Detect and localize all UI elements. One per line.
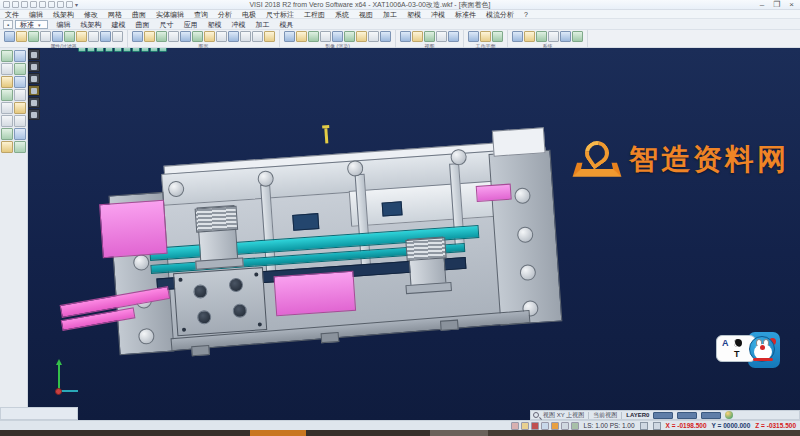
workflow-tab[interactable]: 塑模: [203, 19, 227, 30]
render-toolbar-icon[interactable]: [344, 31, 355, 42]
render-toolbar-icon[interactable]: [320, 31, 331, 42]
render-toolbar-icon[interactable]: [380, 31, 391, 42]
filter-toolbar-icon[interactable]: [76, 31, 87, 42]
filter-toolbar-icon[interactable]: [100, 31, 111, 42]
active-layer-label[interactable]: LAYER0: [626, 412, 649, 418]
graphics-toolbar-icon[interactable]: [180, 31, 191, 42]
filter-toolbar-icon[interactable]: [4, 31, 15, 42]
system-toolbar-icon[interactable]: [512, 31, 523, 42]
current-view-status[interactable]: 当前视图: [593, 411, 617, 420]
swatch-button[interactable]: [701, 412, 721, 419]
workflow-tab[interactable]: 应用: [179, 19, 203, 30]
graphics-toolbar-icon[interactable]: [132, 31, 143, 42]
graphics-toolbar-icon[interactable]: [192, 31, 203, 42]
selection-filter-icon[interactable]: [114, 48, 122, 52]
motor-cylinder-left[interactable]: [197, 205, 239, 263]
graphics-toolbar-icon[interactable]: [240, 31, 251, 42]
minimize-button[interactable]: –: [760, 0, 764, 10]
graphics-toolbar-icon[interactable]: [228, 31, 239, 42]
status-grid-icon[interactable]: [561, 422, 569, 430]
graphics-toolbar-icon[interactable]: [156, 31, 167, 42]
system-toolbar-icon[interactable]: [536, 31, 547, 42]
workplane-toolbar-icon[interactable]: [492, 31, 503, 42]
search-icon[interactable]: [533, 412, 539, 418]
input-method-sticker[interactable]: A T: [716, 330, 780, 370]
left-toolbar-icon[interactable]: [14, 141, 26, 153]
selection-filter-icon[interactable]: [87, 48, 95, 52]
menu-item[interactable]: 查询: [189, 10, 213, 19]
swatch-button[interactable]: [677, 412, 697, 419]
left-toolbar-icon[interactable]: [1, 63, 13, 75]
snap-mode-icon[interactable]: [640, 422, 648, 430]
selection-filter-icon[interactable]: [123, 48, 131, 52]
render-toolbar-icon[interactable]: [284, 31, 295, 42]
filter-toolbar-icon[interactable]: [40, 31, 51, 42]
view-toolbar-icon[interactable]: [448, 31, 459, 42]
swatch-button[interactable]: [653, 412, 673, 419]
menu-item[interactable]: 加工: [378, 10, 402, 19]
selection-filter-icon[interactable]: [141, 48, 149, 52]
workflow-tab[interactable]: 线架构: [76, 19, 107, 30]
left-toolbar-icon[interactable]: [1, 141, 13, 153]
left-toolbar-icon[interactable]: [14, 102, 26, 114]
workflow-selector[interactable]: 标准: [15, 20, 48, 29]
view-iso-button[interactable]: [28, 85, 40, 96]
view-toolbar-icon[interactable]: [436, 31, 447, 42]
menu-item[interactable]: 分析: [213, 10, 237, 19]
status-user-icon[interactable]: [511, 422, 519, 430]
view-back-button[interactable]: [28, 97, 40, 108]
filter-toolbar-icon[interactable]: [28, 31, 39, 42]
system-toolbar-icon[interactable]: [572, 31, 583, 42]
menu-item[interactable]: 网格: [103, 10, 127, 19]
left-toolbar-icon[interactable]: [14, 50, 26, 62]
render-toolbar-icon[interactable]: [308, 31, 319, 42]
menu-item[interactable]: 标准件: [450, 10, 481, 19]
menu-item[interactable]: ?: [519, 10, 533, 19]
filter-toolbar-icon[interactable]: [16, 31, 27, 42]
status-refresh-icon[interactable]: [551, 422, 559, 430]
filter-toolbar-icon[interactable]: [88, 31, 99, 42]
left-toolbar-icon[interactable]: [1, 89, 13, 101]
pen-mode-icon[interactable]: [653, 422, 661, 430]
filter-toolbar-icon[interactable]: [64, 31, 75, 42]
menu-item[interactable]: 编辑: [24, 10, 48, 19]
view-toolbar-icon[interactable]: [424, 31, 435, 42]
view-front-button[interactable]: [28, 49, 40, 60]
pink-block-right[interactable]: [476, 184, 512, 202]
workplane-toolbar-icon[interactable]: [468, 31, 479, 42]
left-toolbar-icon[interactable]: [1, 50, 13, 62]
clamp-block[interactable]: [382, 201, 403, 216]
workflow-tab[interactable]: 编辑: [52, 19, 76, 30]
graphics-toolbar-icon[interactable]: [204, 31, 215, 42]
left-toolbar-icon[interactable]: [14, 63, 26, 75]
workflow-tab[interactable]: 加工: [251, 19, 275, 30]
left-toolbar-icon[interactable]: [1, 128, 13, 140]
left-toolbar-icon[interactable]: [14, 115, 26, 127]
render-toolbar-icon[interactable]: [368, 31, 379, 42]
view-toolbar-icon[interactable]: [400, 31, 411, 42]
menu-item[interactable]: 电极: [237, 10, 261, 19]
machine-foot[interactable]: [440, 320, 459, 331]
left-toolbar-icon[interactable]: [1, 115, 13, 127]
left-toolbar-icon[interactable]: [14, 76, 26, 88]
system-toolbar-icon[interactable]: [560, 31, 571, 42]
view-side-button[interactable]: [28, 73, 40, 84]
system-toolbar-icon[interactable]: [524, 31, 535, 42]
selection-filter-icon[interactable]: [159, 48, 167, 52]
maximize-button[interactable]: ❐: [773, 0, 780, 10]
motor-cylinder-right[interactable]: [407, 236, 446, 286]
taskbar-app[interactable]: [430, 430, 488, 436]
mounting-plate[interactable]: [173, 267, 267, 336]
right-bearing-unit[interactable]: [489, 150, 563, 326]
tab-overflow-icon[interactable]: ▪: [3, 20, 13, 29]
command-prompt-box[interactable]: [0, 407, 78, 420]
machine-foot[interactable]: [321, 332, 340, 343]
menu-item[interactable]: 实体编辑: [151, 10, 189, 19]
workflow-tab[interactable]: 模具: [275, 19, 299, 30]
left-toolbar-icon[interactable]: [14, 128, 26, 140]
cad-model-assembly[interactable]: [78, 123, 592, 382]
menu-item[interactable]: 模流分析: [481, 10, 519, 19]
graphics-toolbar-icon[interactable]: [144, 31, 155, 42]
render-toolbar-icon[interactable]: [356, 31, 367, 42]
menu-item[interactable]: 系统: [330, 10, 354, 19]
